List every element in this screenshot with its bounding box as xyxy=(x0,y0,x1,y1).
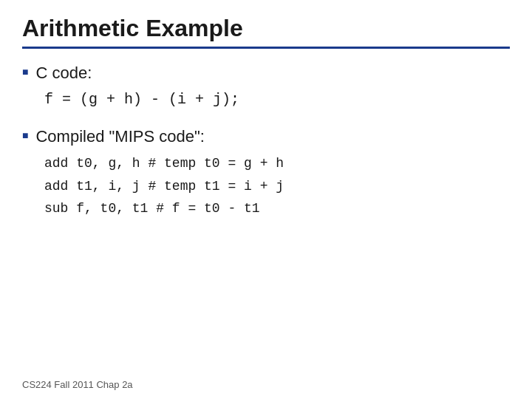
mips-code-section: ■ Compiled "MIPS code": add t0, g, h # t… xyxy=(22,127,510,220)
title-section: Arithmetic Example xyxy=(22,15,510,49)
mips-line-2: add t1, i, j # temp t1 = i + j xyxy=(44,175,510,198)
slide-container: Arithmetic Example ■ C code: f = (g + h)… xyxy=(0,0,532,399)
mips-code-bullet-row: ■ Compiled "MIPS code": xyxy=(22,127,510,146)
bullet-icon-c: ■ xyxy=(22,66,28,78)
mips-code-label: Compiled "MIPS code": xyxy=(35,127,204,146)
slide-footer: CS224 Fall 2011 Chap 2a xyxy=(22,379,133,390)
mips-code-block: add t0, g, h # temp t0 = g + h add t1, i… xyxy=(44,152,510,220)
c-code-bullet-row: ■ C code: xyxy=(22,64,510,83)
slide-title: Arithmetic Example xyxy=(22,15,243,41)
bullet-icon-mips: ■ xyxy=(22,129,28,141)
mips-line-1: add t0, g, h # temp t0 = g + h xyxy=(44,152,510,175)
c-code-label: C code: xyxy=(35,64,92,83)
c-code-line: f = (g + h) - (i + j); xyxy=(44,91,239,108)
c-code-section: ■ C code: f = (g + h) - (i + j); xyxy=(22,64,510,111)
footer-text: CS224 Fall 2011 Chap 2a xyxy=(22,379,133,390)
mips-line-3: sub f, t0, t1 # f = t0 - t1 xyxy=(44,197,510,220)
c-code-block: f = (g + h) - (i + j); xyxy=(44,89,510,111)
